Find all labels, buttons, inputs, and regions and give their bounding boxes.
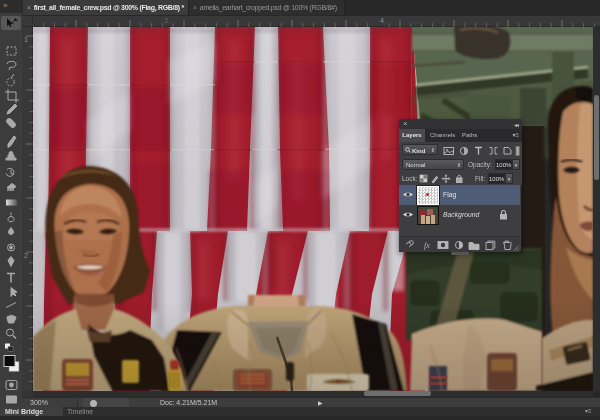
svg-text:4: 4 — [380, 17, 384, 24]
svg-text:2: 2 — [24, 252, 28, 259]
svg-text:fx: fx — [424, 241, 430, 250]
svg-text:1: 1 — [24, 36, 28, 43]
svg-text:3: 3 — [164, 17, 168, 24]
